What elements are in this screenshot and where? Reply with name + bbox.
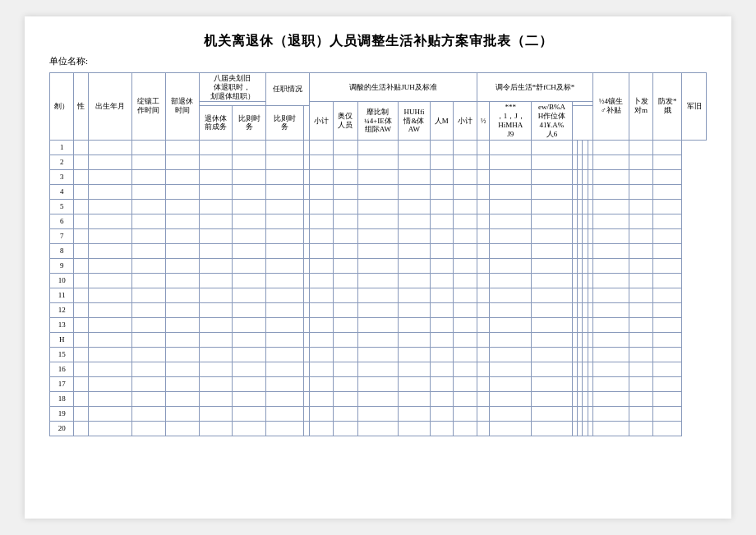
table-row: 5 <box>50 199 707 214</box>
col-tiaohuo-huhfi: HUHfi情&体AW <box>399 102 430 140</box>
col-retiretime: 部退休时间 <box>165 73 199 141</box>
cell-worktime <box>131 140 165 155</box>
cell-extra5 <box>593 140 629 155</box>
col-tiaohuo-rem: 人M <box>430 102 453 140</box>
unit-name: 单位名称: <box>49 55 707 67</box>
col-tiaolin-more <box>572 106 593 140</box>
cell-birth <box>89 140 131 155</box>
page-title: 机关离退休（退职）人员调整生活补贴方案审批表（二） <box>49 33 707 50</box>
cell-th-rm <box>430 140 453 155</box>
cell-extra6 <box>629 140 652 155</box>
col-tiaohuo-xiaoji: 小计 <box>309 102 333 140</box>
col-renzheng-ratio: 比则时务 <box>266 106 303 140</box>
col-renzheng: 任职情况 <box>266 73 309 106</box>
col-tiaohuo-mabi: 靡比制¼4+IE体组际AW <box>357 102 399 140</box>
col-name: 刎） <box>50 73 74 141</box>
main-table: 刎） 性 出生年月 绽镶工作时间 部退休时间 八届央划旧体退职时，划退体组职） … <box>49 72 707 436</box>
cell-th-hu <box>399 140 430 155</box>
col-gender: 性 <box>74 73 89 141</box>
cell-ratio <box>233 140 266 155</box>
table-row: 1 <box>50 140 707 155</box>
col-tiaolin-detail: ***，1，J，HiMHAJ9 <box>490 102 532 140</box>
cell-prev-pos <box>199 140 233 155</box>
cell-th-xj <box>309 140 333 155</box>
page-container: 机关离退休（退职）人员调整生活补贴方案审批表（二） 单位名称: 刎） 性 出生年… <box>25 16 731 519</box>
col-tiaohuo-xiaoji2: 小计 <box>453 102 477 140</box>
table-row: 12 <box>50 302 707 317</box>
cell-retiretime <box>165 140 199 155</box>
cell-extra7 <box>653 140 682 155</box>
table-row: 3 <box>50 169 707 184</box>
table-row: 7 <box>50 228 707 243</box>
table-row: H <box>50 332 707 347</box>
col-tiaohuo-header: 调酸的生活补贴JUH及标准 <box>309 73 477 102</box>
col-group2-header: 八届央划旧体退职时，划退体组职） <box>199 73 266 102</box>
table-row: 15 <box>50 347 707 362</box>
col-birthdate: 出生年月 <box>89 73 131 141</box>
cell-tl-ew <box>532 140 572 155</box>
col-tiaolin-half: ½ <box>477 102 490 140</box>
table-row: 8 <box>50 243 707 258</box>
row-num: 1 <box>50 140 74 155</box>
cell-renz2 <box>303 140 309 155</box>
cell-gender <box>74 140 89 155</box>
col-tiaohuo-aojirenyuan: 奥仅人员 <box>334 102 357 140</box>
table-row: 17 <box>50 376 707 391</box>
col-extra3: 防发*娥 <box>653 73 682 141</box>
cell-renz1 <box>266 140 303 155</box>
col-worktime: 绽镶工作时间 <box>131 73 165 141</box>
cell-th-ma <box>357 140 399 155</box>
table-row: 4 <box>50 184 707 199</box>
col-retire-ratio: 比则时务 <box>233 106 266 140</box>
table-row: 18 <box>50 391 707 406</box>
cell-tl-det <box>490 140 532 155</box>
cell-th-xj2 <box>453 140 477 155</box>
col-tiaolin-header: 调令后生活*舒fCH及标* <box>477 73 593 102</box>
col-extra1: ½4镶生♂补贴 <box>593 73 629 141</box>
table-row: 16 <box>50 362 707 376</box>
table-row: 11 <box>50 288 707 302</box>
table-row: 19 <box>50 406 707 421</box>
table-row: 10 <box>50 273 707 288</box>
cell-tl-half <box>477 140 490 155</box>
table-row: 9 <box>50 258 707 273</box>
cell-th-ao <box>334 140 357 155</box>
col-extra2: 卜发对m <box>629 73 652 141</box>
table-row: 20 <box>50 421 707 436</box>
table-row: 6 <box>50 214 707 228</box>
col-tiaolin-ew: ew/B%AH作位体41¥.A%人6 <box>532 102 572 140</box>
col-retire-prev: 退休体前成务 <box>199 106 233 140</box>
table-row: 2 <box>50 155 707 169</box>
col-extra4: 军旧 <box>682 73 707 141</box>
table-row: 13 <box>50 317 707 332</box>
col-renzheng-extra <box>303 106 309 140</box>
